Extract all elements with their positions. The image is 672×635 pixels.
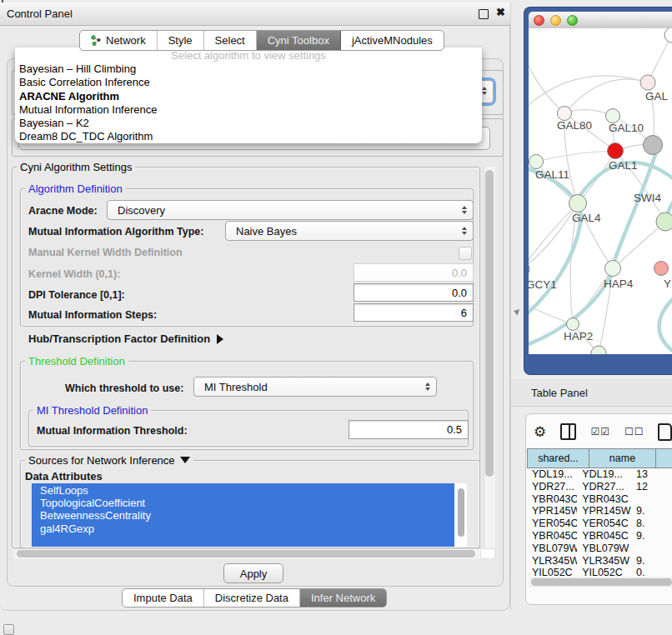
algorithm-option[interactable]: Mutual Information Inference	[15, 103, 482, 117]
combo-stepper-icon	[462, 227, 467, 235]
algorithm-option[interactable]: Dream8 DC_TDC Algorithm	[15, 130, 482, 143]
hub-tf-definition-toggle[interactable]: Hub/Transcription Factor Definition	[28, 332, 223, 345]
new-table-icon[interactable]	[658, 423, 672, 441]
tab-jactivemnodules[interactable]: jActiveMNodules	[341, 31, 444, 50]
attributes-scrollbar-thumb[interactable]	[458, 488, 464, 537]
network-edge[interactable]	[536, 151, 615, 162]
network-node-hap2[interactable]	[567, 318, 579, 331]
tab-infer-network[interactable]: Infer Network	[300, 589, 386, 607]
tab-style[interactable]: Style	[158, 31, 204, 50]
table-row[interactable]: YER054CYER054C8.	[527, 518, 672, 530]
column-header[interactable]	[655, 448, 672, 468]
collapse-down-icon	[180, 457, 190, 463]
algorithm-option[interactable]: Basic Correlation Inference	[15, 76, 482, 89]
table-cell: YBR045C	[577, 530, 631, 542]
column-header[interactable]: name	[589, 448, 655, 468]
mi-algorithm-type-combo[interactable]: Naive Bayes	[225, 221, 474, 241]
algorithm-option[interactable]: Bayesian – Hill Climbing	[15, 62, 482, 76]
zoom-traffic-light-icon[interactable]	[567, 15, 578, 26]
sources-title: Sources for Network Inference	[28, 454, 175, 467]
tab-discretize-data[interactable]: Discretize Data	[204, 589, 300, 607]
network-node-gal11[interactable]	[529, 155, 544, 169]
mi-steps-input[interactable]: 6	[354, 303, 474, 322]
tab-select[interactable]: Select	[204, 31, 257, 50]
column-header[interactable]: shared...	[527, 448, 589, 468]
minimized-panel-icon[interactable]	[3, 624, 14, 635]
table-header-row: shared...name	[527, 448, 672, 468]
network-node-gal1[interactable]	[608, 143, 624, 159]
attribute-item[interactable]: TopologicalCoefficient	[32, 497, 454, 509]
dpi-tolerance-input[interactable]: 0.0	[354, 283, 474, 302]
settings-gear-icon[interactable]: ⚙	[534, 425, 546, 439]
attribute-item[interactable]: SelfLoops	[32, 484, 454, 497]
scrollbar-corner	[480, 548, 495, 559]
node-label-gcy1: GCY1	[529, 278, 557, 291]
table-row[interactable]: YPR145WYPR145W9.	[527, 505, 672, 518]
split-columns-icon[interactable]	[560, 423, 576, 440]
network-edge[interactable]	[564, 79, 648, 113]
attribute-item[interactable]: BetweennessCentrality	[32, 509, 454, 522]
table-cell: YDL19...	[527, 468, 577, 481]
tab-label: jActiveMNodules	[352, 34, 433, 47]
minimize-traffic-light-icon[interactable]	[550, 15, 561, 26]
apply-button[interactable]: Apply	[223, 563, 283, 583]
network-node-y[interactable]	[654, 262, 669, 276]
network-edge-thick[interactable]	[659, 295, 672, 354]
tab-impute-data[interactable]: Impute Data	[123, 589, 204, 607]
network-window-titlebar[interactable]	[529, 12, 672, 28]
algorithm-option[interactable]: Bayesian – K2	[15, 117, 482, 130]
table-cell: YDR27...	[577, 481, 631, 493]
tab-cyni-toolbox[interactable]: Cyni Toolbox	[257, 31, 341, 50]
control-panel-title: Control Panel	[7, 8, 73, 20]
network-node-swi4[interactable]	[656, 212, 672, 231]
mi-threshold-definition-title: MI Threshold Definition	[33, 404, 151, 417]
manual-kernel-width-checkbox[interactable]	[459, 247, 472, 260]
select-all-checks-icon[interactable]: ☑☑	[590, 426, 610, 438]
tab-label: Style	[168, 34, 193, 47]
mouse-cursor	[513, 308, 519, 315]
table-row[interactable]: YBL079WYBL079W	[527, 542, 672, 555]
node-label-hap2: HAP2	[564, 330, 593, 342]
network-node-gal[interactable]	[640, 75, 655, 90]
which-threshold-combo[interactable]: MI Threshold	[193, 377, 437, 397]
settings-vertical-scrollbar-thumb[interactable]	[485, 170, 494, 477]
node-label-gal: GAL	[645, 90, 669, 102]
table-cell: YDR27...	[527, 481, 577, 493]
table-row[interactable]: YDR27...YDR27...12	[527, 481, 672, 493]
algorithm-dropdown-popup: Select algorithm to view settings Bayesi…	[15, 48, 482, 143]
network-node-gal80[interactable]	[558, 107, 572, 121]
table-row[interactable]: YBR043CYBR043C	[527, 493, 672, 506]
aracne-mode-combo[interactable]: Discovery	[107, 200, 474, 220]
table-hscrollbar-thumb[interactable]	[531, 578, 672, 586]
mi-threshold-input[interactable]: 0.5	[349, 420, 469, 439]
network-node-gal10[interactable]	[606, 109, 620, 123]
network-edge[interactable]	[529, 76, 648, 105]
combo-stepper-icon	[425, 382, 430, 391]
network-canvas[interactable]: GALGAL80GAL10GAL1GAL11GAL4SWI4HAP4YGCY1H…	[529, 28, 672, 354]
float-window-icon[interactable]	[479, 9, 489, 19]
sources-toggle[interactable]: Sources for Network Inference	[25, 454, 193, 467]
data-attributes-list[interactable]: SelfLoopsTopologicalCoefficientBetweenne…	[32, 483, 467, 547]
panel-divider[interactable]	[510, 2, 511, 611]
settings-horizontal-scrollbar-thumb[interactable]	[17, 550, 475, 558]
table-cell: YPR145W	[577, 505, 631, 518]
network-edge[interactable]	[529, 53, 564, 113]
table-row[interactable]: YLR345WYLR345W9.	[527, 555, 672, 568]
kernel-width-input[interactable]: 0.0	[354, 263, 474, 282]
node-label-gal80: GAL80	[557, 119, 592, 132]
network-edge[interactable]	[648, 35, 672, 82]
data-attributes-label: Data Attributes	[25, 470, 103, 482]
deselect-all-checks-icon[interactable]: ☐☐	[624, 426, 644, 438]
network-node-hap4[interactable]	[605, 261, 621, 277]
network-node[interactable]	[664, 28, 672, 42]
network-node-gal4[interactable]	[569, 195, 587, 212]
tab-network[interactable]: Network	[80, 31, 158, 50]
close-icon[interactable]: ✖	[496, 6, 505, 18]
algorithm-definition-title: Algorithm Definition	[25, 182, 126, 195]
attribute-item[interactable]: gal4RGexp	[32, 522, 454, 535]
algorithm-option[interactable]: ARACNE Algorithm	[15, 90, 482, 103]
table-row[interactable]: YDL19...YDL19...13	[527, 468, 672, 481]
table-row[interactable]: YBR045CYBR045C9.	[527, 530, 672, 542]
close-traffic-light-icon[interactable]	[534, 15, 544, 26]
network-node[interactable]	[644, 136, 663, 155]
